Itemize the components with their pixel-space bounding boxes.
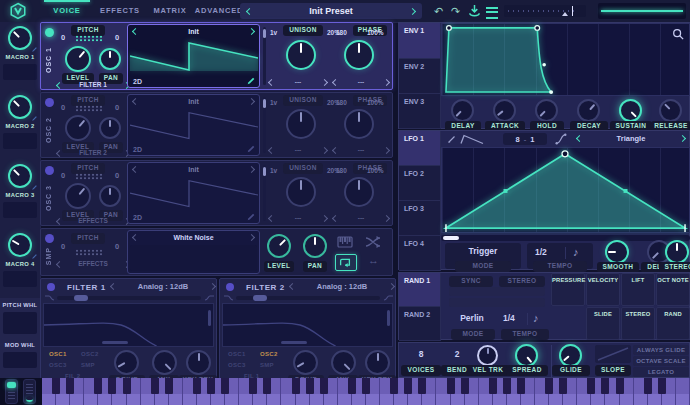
- tab-rand-1[interactable]: RAND 1: [399, 273, 441, 307]
- filter-1-model-selector[interactable]: Analog : 12dB: [111, 283, 215, 291]
- tab-env-3[interactable]: ENV 3: [399, 94, 441, 129]
- osc-2-unison-detune-knob[interactable]: [286, 109, 316, 139]
- preset-next-icon[interactable]: [409, 7, 416, 14]
- rand-display[interactable]: [449, 287, 545, 296]
- white-key[interactable]: [366, 378, 380, 405]
- white-key[interactable]: [70, 378, 84, 405]
- osc-3-wavetable-display[interactable]: Init 2D: [127, 162, 260, 224]
- osc-3-power-toggle[interactable]: [45, 166, 54, 175]
- macro-2-knob[interactable]: [8, 95, 32, 119]
- env-decay-knob[interactable]: [577, 99, 600, 122]
- octave-scale-toggle[interactable]: OCTAVE SCALE: [633, 356, 689, 366]
- mod-source-stereo[interactable]: STEREO: [621, 307, 655, 340]
- osc-1-frame-slider[interactable]: [263, 27, 266, 85]
- lfo-grid-selector[interactable]: 8 - 1: [503, 133, 547, 145]
- osc-2-cents[interactable]: 0: [115, 104, 119, 112]
- rand-mode-value[interactable]: Perlin: [449, 314, 495, 323]
- filter-2-res-slider[interactable]: [387, 310, 390, 326]
- zoom-icon[interactable]: [672, 28, 684, 40]
- osc-1-mod-b-selector[interactable]: ---: [333, 79, 389, 86]
- sampler-random-phase-icon[interactable]: [365, 236, 381, 248]
- osc-2-phase-rand[interactable]: 100%: [367, 100, 384, 107]
- lfo-grid-x[interactable]: 8: [516, 135, 520, 144]
- white-key[interactable]: [563, 378, 577, 405]
- osc-2-phase-knob[interactable]: [344, 109, 374, 139]
- osc-1-wave-edit-icon[interactable]: [246, 76, 256, 86]
- envelope-display[interactable]: [441, 23, 690, 96]
- osc-2-view-mode[interactable]: 2D: [133, 146, 142, 153]
- tab-voice[interactable]: VOICE: [44, 0, 90, 22]
- osc-1-phase-rand[interactable]: 100%: [367, 30, 384, 37]
- filter-2-mix-knob[interactable]: [331, 350, 356, 375]
- filter-1-power-toggle[interactable]: [47, 283, 55, 291]
- filter-2-input-smp[interactable]: SMP: [260, 362, 274, 368]
- lfo-preset-shape-icon[interactable]: [459, 134, 485, 145]
- glide-slope-display[interactable]: [595, 345, 631, 363]
- macro-4-edit-icon[interactable]: [31, 253, 38, 260]
- osc-1-destination-selector[interactable]: FILTER 1: [57, 82, 129, 89]
- osc-3-semitones[interactable]: 0: [61, 172, 65, 180]
- white-key[interactable]: [662, 378, 676, 405]
- lfo-smooth-mode-icon[interactable]: [555, 133, 567, 145]
- pitch-wheel-mod-list[interactable]: [3, 312, 37, 334]
- osc-3-view-mode[interactable]: 2D: [133, 214, 142, 221]
- sampler-power-toggle[interactable]: [45, 234, 54, 243]
- mod-source-rand[interactable]: RAND: [656, 307, 690, 340]
- white-key[interactable]: [620, 378, 634, 405]
- white-key[interactable]: [225, 378, 239, 405]
- osc-2-destination-selector[interactable]: FILTER 2: [57, 150, 129, 157]
- osc-2-power-toggle[interactable]: [45, 98, 54, 107]
- env-hold-knob[interactable]: [535, 99, 558, 122]
- sampler-pitch-keyboard-icon[interactable]: [75, 249, 103, 256]
- tab-lfo-2[interactable]: LFO 2: [399, 166, 441, 201]
- osc-1-wavetable-display[interactable]: Init 2D: [127, 24, 260, 88]
- sampler-destination-selector[interactable]: EFFECTS: [57, 261, 129, 268]
- osc-3-phase-rand[interactable]: 100%: [367, 168, 384, 175]
- osc-1-unison-detune-knob[interactable]: [286, 40, 316, 70]
- osc-3-unison-detune-knob[interactable]: [286, 177, 316, 207]
- tab-effects[interactable]: EFFECTS: [94, 0, 146, 22]
- sample-waveform-area[interactable]: [130, 245, 257, 271]
- note-icon[interactable]: ♪: [533, 312, 539, 324]
- osc-3-phase-knob[interactable]: [344, 177, 374, 207]
- filter-2-keytrack-knob[interactable]: [365, 350, 390, 375]
- osc-3-frame-slider[interactable]: [263, 165, 266, 221]
- macro-1-knob[interactable]: [8, 26, 32, 50]
- filter-2-input-osc2[interactable]: OSC2: [260, 351, 278, 357]
- rand-tempo-value[interactable]: 1/4: [503, 314, 515, 323]
- macro-3-mod-list[interactable]: [3, 202, 37, 218]
- osc-3-wavetable-selector[interactable]: Init: [128, 164, 259, 175]
- white-key[interactable]: [127, 378, 141, 405]
- osc-2-level-knob[interactable]: [65, 115, 91, 141]
- sampler-loop-button[interactable]: [335, 254, 357, 271]
- rand-display-2[interactable]: [449, 298, 545, 307]
- env-attack-knob[interactable]: [493, 99, 516, 122]
- tab-matrix[interactable]: MATRIX: [148, 0, 192, 22]
- filter-2-pan-slider[interactable]: [281, 341, 307, 344]
- sampler-semitones[interactable]: 0: [61, 243, 65, 251]
- filter-1-input-smp[interactable]: SMP: [81, 362, 95, 368]
- macro-1-edit-icon[interactable]: [31, 46, 38, 53]
- osc-2-mod-a-selector[interactable]: ---: [269, 147, 327, 154]
- saw-waveform[interactable]: [130, 38, 258, 80]
- osc-2-semitones[interactable]: 0: [61, 104, 65, 112]
- lfo-grid-y[interactable]: 1: [530, 135, 534, 144]
- macro-2-mod-list[interactable]: [3, 133, 37, 149]
- osc-3-level-knob[interactable]: [65, 183, 91, 209]
- mod-source-oct-note[interactable]: OCT NOTE: [656, 273, 690, 306]
- mod-source-slide[interactable]: SLIDE: [586, 307, 620, 340]
- lfo-triangle-curve[interactable]: [442, 148, 689, 232]
- osc-3-mod-a-selector[interactable]: ---: [269, 215, 327, 222]
- macro-3-knob[interactable]: [8, 164, 32, 188]
- mod-source-velocity[interactable]: VELOCITY: [586, 273, 620, 306]
- lfo-tempo-value[interactable]: 1/2: [535, 248, 547, 257]
- vital-logo-icon[interactable]: [9, 2, 27, 20]
- save-preset-icon[interactable]: [468, 4, 481, 17]
- filter-1-input-osc3[interactable]: OSC3: [49, 362, 67, 368]
- lfo-display[interactable]: [441, 147, 690, 233]
- osc-1-mod-a-selector[interactable]: ---: [269, 79, 327, 86]
- osc-1-wavetable-selector[interactable]: Init: [128, 26, 259, 37]
- menu-icon[interactable]: [486, 7, 498, 19]
- osc-1-pan-knob[interactable]: [99, 48, 121, 70]
- mod-source-pressure[interactable]: PRESSURE: [551, 273, 585, 306]
